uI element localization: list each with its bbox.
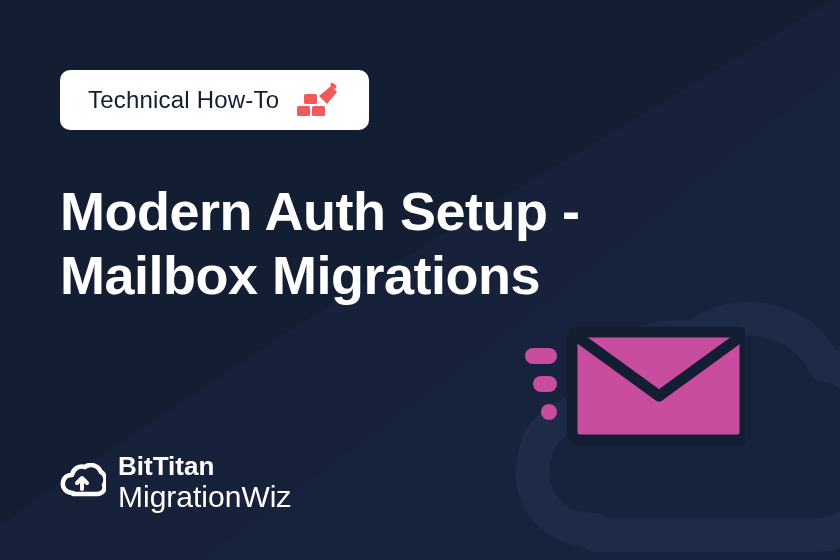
- brand-name: BitTitan: [118, 453, 291, 480]
- footer-logo-text: BitTitan MigrationWiz: [118, 453, 291, 512]
- envelope-icon: [525, 310, 745, 460]
- svg-rect-0: [297, 106, 310, 116]
- footer-logo: BitTitan MigrationWiz: [60, 453, 291, 512]
- svg-rect-1: [312, 106, 325, 116]
- category-label: Technical How-To: [88, 86, 279, 114]
- page-title: Modern Auth Setup - Mailbox Migrations: [60, 180, 780, 307]
- svg-rect-6: [541, 404, 557, 420]
- brand-product: MigrationWiz: [118, 481, 291, 513]
- svg-rect-4: [525, 348, 557, 364]
- bricks-trowel-icon: [297, 82, 341, 118]
- svg-rect-5: [533, 376, 557, 392]
- cloud-logo-icon: [60, 463, 106, 503]
- svg-rect-2: [304, 94, 317, 104]
- category-pill: Technical How-To: [60, 70, 369, 130]
